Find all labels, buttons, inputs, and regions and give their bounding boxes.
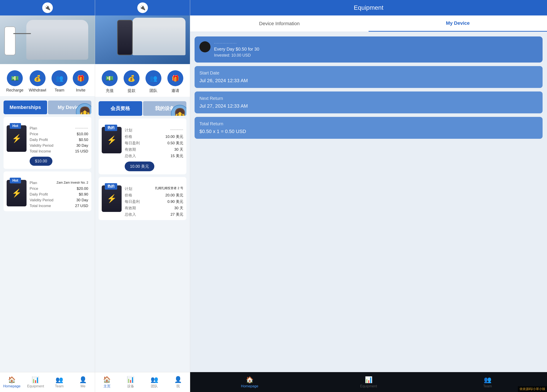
income-val-1-0: 15 USD [75,149,88,154]
nav-team-label-2: 团队 [151,384,158,389]
nav-me-2[interactable]: 👤 我 [166,372,190,392]
price-row-2-1: 价格 20.00 美元 [125,193,183,198]
eq-device-card: ················ Every Day $0.50 for 30 … [195,36,543,62]
nav-team-1[interactable]: 👥 Team [48,372,71,392]
icon-grid-1: 💵 Recharge 💰 Withdrawl 👥 Team 🎁 Invite [0,64,95,96]
memberships-tab-1[interactable]: Memberships [4,101,47,114]
recharge-icon[interactable]: 💵 [7,70,23,86]
nav-equipment-1[interactable]: 📊 Equipment [24,372,47,392]
nav-homepage-1[interactable]: 🏠 Homepage [0,372,24,392]
plan-val-2-1: 扎姆扎姆投资者 2 号 [155,186,183,191]
invite-icon-2[interactable]: 🎁 [167,70,183,86]
panel-2: 🔌 💵 充值 💰 提款 👥 团队 🎁 邀请 会员资格 我的设备 👧 [95,0,190,392]
memberships-tab-2[interactable]: 会员资格 [99,101,142,116]
equipment-title: Equipment [354,4,383,11]
team-nav-icon-1: 👥 [55,376,63,383]
panel-2-header: 🔌 [95,0,190,15]
equipment-tabs: Device Information My Device [190,15,547,32]
invite-icon[interactable]: 🎁 [73,70,89,86]
bottom-nav-2: 🏠 主页 📊 设备 👥 团队 👤 我 [95,372,190,392]
team-label: Team [55,88,64,93]
nav-homepage-3[interactable]: 🏠 Homepage [190,372,309,392]
buy-btn-2-0[interactable]: 10.00 美元 [125,162,154,171]
nav-equipment-3[interactable]: 📊 Equipment [309,372,428,392]
validity-row-1-1: Validity Period 30 Day [30,198,88,203]
hero-image-2 [95,15,190,64]
nav-me-label-1: Me [81,384,85,388]
daily-row-1-0: Daily Profit $0.50 [30,138,88,142]
app-logo-2: 🔌 [137,2,148,13]
daily-val-1-0: $0.50 [79,138,88,142]
home-icon-2: 🏠 [103,376,111,383]
nav-equipment-label-1: Equipment [27,384,44,388]
recharge-item-2[interactable]: 💵 充值 [102,70,118,93]
validity-row-2-1: 有效期 30 天 [125,205,183,210]
recharge-item[interactable]: 💵 Recharge [6,70,23,93]
device-invested: Invested: 10.00 USD [214,53,259,58]
team-icon[interactable]: 👥 [52,70,68,86]
team-item[interactable]: 👥 Team [52,70,68,93]
buy-btn-1-0[interactable]: $10.00 [30,157,52,166]
equipment-icon-3: 📊 [365,376,373,383]
membership-tabs-1: Memberships My Device 👧 [4,101,91,114]
invite-item-2[interactable]: 🎁 邀请 [167,70,183,93]
plan-row-2-1: 计划 扎姆扎姆投资者 2 号 [125,186,183,191]
nav-homepage-2[interactable]: 🏠 主页 [95,372,119,392]
validity-val-2-1: 30 天 [174,205,183,210]
withdrawl-icon-2[interactable]: 💰 [123,70,139,86]
hot-badge-1-1: Hot [10,178,21,183]
income-row-1-1: Total Income 27 USD [30,204,88,208]
team-item-2[interactable]: 👥 团队 [145,70,161,93]
income-row-2-1: 总收入 27 美元 [125,212,183,217]
hot-badge-1-0: Hot [10,123,21,129]
team-icon-2[interactable]: 👥 [145,70,161,86]
nav-me-1[interactable]: 👤 Me [71,372,95,392]
nav-equipment-label-3: Equipment [360,384,377,388]
device-list-1: Hot ⚡ Plan ············ Price $10.00 Dai… [0,114,95,372]
panel-1-header: 🔌 [0,0,95,15]
recharge-label-2: 充值 [106,88,114,93]
nav-equipment-2[interactable]: 📊 设备 [119,372,142,392]
recharge-label: Recharge [6,88,23,93]
price-row-1-0: Price $10.00 [30,132,88,136]
nav-equipment-label-2: 设备 [127,384,134,389]
recharge-icon-2[interactable]: 💵 [102,70,118,86]
price-row-1-1: Price $20.00 [30,187,88,191]
price-val-1-1: $20.00 [77,187,88,191]
invite-label: Invite [76,88,85,93]
daily-row-2-1: 每日盈利 0.90 美元 [125,199,183,204]
hero-image-1 [0,15,95,64]
nav-me-label-2: 我 [176,384,180,389]
home-icon-3: 🏠 [246,376,253,383]
team-label-2: 团队 [150,88,157,93]
me-icon-2: 👤 [174,376,182,383]
nav-team-label-1: Team [55,384,64,388]
daily-val-2-0: 0.50 美元 [167,141,183,146]
watermark: 依依源码/小草小辣 [518,386,547,392]
plan-val-1-0: ············ [75,126,88,131]
price-val-1-0: $10.00 [77,132,88,136]
my-device-tab[interactable]: My Device [369,15,547,32]
withdrawl-item[interactable]: 💰 Withdrawl [29,70,46,93]
invite-item[interactable]: 🎁 Invite [73,70,89,93]
membership-tabs-2: 会员资格 我的设备 👧 [99,101,186,116]
price-val-2-0: 10.00 美元 [165,134,183,139]
withdrawl-icon[interactable]: 💰 [30,70,46,86]
withdrawl-item-2[interactable]: 💰 提款 [123,70,139,93]
income-row-2-0: 总收入 15 美元 [125,153,183,158]
nav-homepage-label-3: Homepage [241,384,258,388]
income-row-1-0: Total Income 15 USD [30,149,88,154]
device-info-tab[interactable]: Device Information [190,15,369,32]
next-return-section: Next Return Jul 27, 2024 12:33 AM [195,91,543,113]
validity-row-1-0: Validity Period 30 Day [30,143,88,148]
device-card-1-1: Hot ⚡ Plan Zam Zam Investr No. 2 Price $… [4,171,91,211]
device-card-2-1: 热的 ⚡ 计划 扎姆扎姆投资者 2 号 价格 20.00 美元 每日盈利 0.9… [99,177,186,220]
nav-homepage-label-1: Homepage [3,384,20,388]
start-date-value: Jul 26, 2024 12:33 AM [199,78,538,83]
price-val-2-1: 20.00 美元 [165,193,183,198]
invite-label-2: 邀请 [171,88,179,93]
nav-homepage-label-2: 主页 [103,384,110,389]
equipment-content: ················ Every Day $0.50 for 30 … [190,32,547,372]
device-info-1-1: Plan Zam Zam Investr No. 2 Price $20.00 … [30,175,88,208]
nav-team-2[interactable]: 👥 团队 [143,372,166,392]
